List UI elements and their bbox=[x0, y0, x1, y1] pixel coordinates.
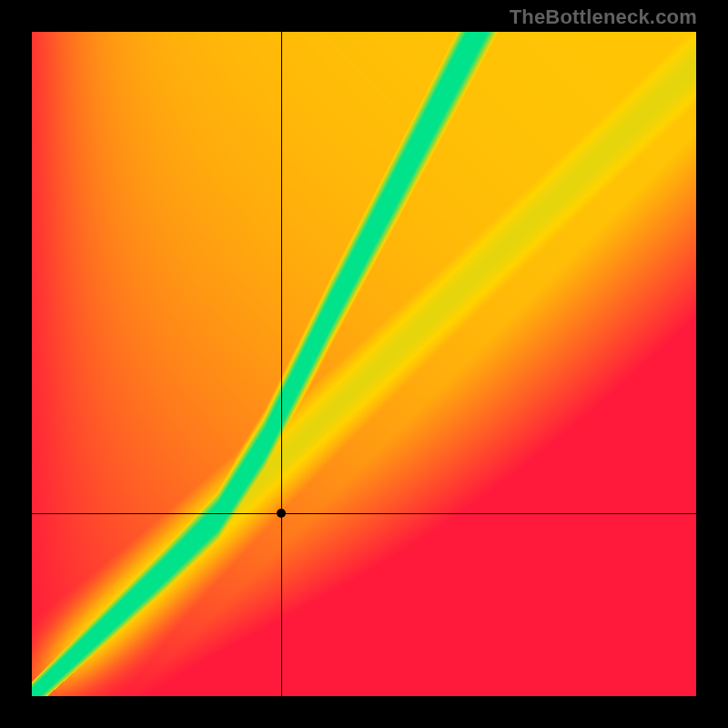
chart-frame: TheBottleneck.com bbox=[0, 0, 728, 728]
heatmap-plot bbox=[32, 32, 696, 696]
heatmap-canvas bbox=[32, 32, 696, 696]
watermark-text: TheBottleneck.com bbox=[510, 5, 697, 29]
